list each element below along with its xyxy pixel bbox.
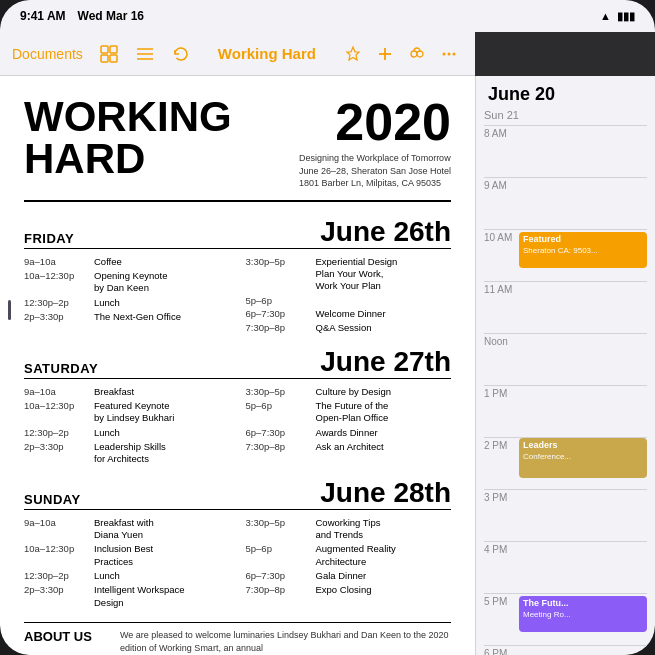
- friday-date: June 26th: [320, 218, 451, 246]
- time-label-11am: 11 AM: [484, 282, 519, 295]
- status-date: Wed Mar 16: [78, 9, 144, 23]
- list-item: 12:30p–2pLunch: [24, 426, 230, 440]
- sunday-section: SUNDAY June 28th 9a–10aBreakfast withDia…: [24, 479, 451, 610]
- time-label-9am: 9 AM: [484, 178, 519, 191]
- time-slot-6pm: 6 PM: [484, 645, 647, 655]
- doc-subtitle: Designing the Workplace of Tomorrow June…: [299, 152, 451, 190]
- svg-point-12: [448, 52, 451, 55]
- list-item: 2p–3:30pThe Next-Gen Office: [24, 310, 230, 324]
- wifi-icon: ▲: [600, 10, 611, 22]
- sunday-label: SUNDAY: [24, 492, 81, 507]
- side-indicator: [8, 300, 11, 320]
- ipad-frame: 9:41 AM Wed Mar 16 ▲ ▮▮▮ Documents: [0, 0, 655, 655]
- slot-area-9am: [519, 178, 647, 229]
- list-item: 7:30p–8pExpo Closing: [246, 583, 452, 597]
- time-label-2pm: 2 PM: [484, 438, 519, 451]
- time-slot-noon: Noon: [484, 333, 647, 385]
- list-item: 3:30p–5pExperiential DesignPlan Your Wor…: [246, 255, 452, 294]
- time-label-1pm: 1 PM: [484, 386, 519, 399]
- list-item: 10a–12:30pInclusion BestPractices: [24, 542, 230, 569]
- slot-area-1pm: [519, 386, 647, 437]
- calendar-day-header: Sun 21: [476, 109, 655, 125]
- time-slot-2pm: 2 PM Leaders Conference...: [484, 437, 647, 489]
- svg-point-13: [453, 52, 456, 55]
- time-label-6pm: 6 PM: [484, 646, 519, 655]
- time-label-noon: Noon: [484, 334, 519, 347]
- time-slot-8am: 8 AM: [484, 125, 647, 177]
- about-title: ABOUT US: [24, 629, 104, 654]
- doc-title-toolbar: Working Hard: [203, 45, 331, 62]
- toolbar: Documents Working Hard: [0, 32, 475, 76]
- status-time: 9:41 AM: [20, 9, 66, 23]
- time-label-10am: 10 AM: [484, 230, 519, 243]
- list-item: 7:30p–8pQ&A Session: [246, 321, 452, 335]
- list-item: 10a–12:30pFeatured Keynoteby Lindsey Buk…: [24, 399, 230, 426]
- time-slot-5pm: 5 PM The Futu... Meeting Ro...: [484, 593, 647, 645]
- more-icon[interactable]: [435, 40, 463, 68]
- friday-label: FRIDAY: [24, 231, 74, 246]
- saturday-section: SATURDAY June 27th 9a–10aBreakfast 10a–1…: [24, 348, 451, 467]
- doc-title-line1: WORKING: [24, 96, 232, 138]
- slot-area-noon: [519, 334, 647, 385]
- about-text: We are pleased to welcome luminaries Lin…: [120, 629, 451, 654]
- slot-area-3pm: [519, 490, 647, 541]
- pin-icon[interactable]: [339, 40, 367, 68]
- svg-rect-2: [101, 55, 108, 62]
- documents-button[interactable]: Documents: [12, 46, 83, 62]
- status-bar: 9:41 AM Wed Mar 16 ▲ ▮▮▮: [0, 0, 655, 32]
- sidebar-calendar: June 20 Sun 21 8 AM 9 AM 10 AM Featured …: [475, 76, 655, 655]
- list-item: 6p–7:30pGala Dinner: [246, 569, 452, 583]
- slot-area-8am: [519, 126, 647, 177]
- document-area: WORKING HARD 2020 Designing the Workplac…: [0, 76, 475, 655]
- share-icon[interactable]: [403, 40, 431, 68]
- time-slot-9am: 9 AM: [484, 177, 647, 229]
- undo-icon[interactable]: [167, 40, 195, 68]
- saturday-label: SATURDAY: [24, 361, 98, 376]
- calendar-month: June 20: [476, 76, 655, 109]
- slot-area-2pm: Leaders Conference...: [519, 438, 647, 489]
- saturday-date: June 27th: [320, 348, 451, 376]
- featured-event[interactable]: Featured Sheraton CA: 9503...: [519, 232, 647, 268]
- list-item: 6p–7:30pAwards Dinner: [246, 426, 452, 440]
- list-item: 12:30p–2pLunch: [24, 296, 230, 310]
- leaders-event[interactable]: Leaders Conference...: [519, 438, 647, 478]
- sunday-date: June 28th: [320, 479, 451, 507]
- add-icon[interactable]: [371, 40, 399, 68]
- list-item: 2p–3:30pIntelligent WorkspaceDesign: [24, 583, 230, 610]
- list-item: 9a–10aBreakfast: [24, 385, 230, 399]
- event-sublabel: Meeting Ro...: [523, 610, 643, 620]
- doc-year: 2020: [299, 96, 451, 148]
- svg-point-9: [411, 51, 417, 57]
- event-title: Featured: [523, 234, 643, 246]
- event-title: The Futu...: [523, 598, 643, 610]
- svg-rect-0: [101, 46, 108, 53]
- list-item: 3:30p–5pCoworking Tipsand Trends: [246, 516, 452, 543]
- list-item: 6p–7:30pWelcome Dinner: [246, 307, 452, 321]
- event-sublabel: Conference...: [523, 452, 643, 462]
- list-item: 5p–6p: [246, 294, 452, 307]
- calendar-timeline: 8 AM 9 AM 10 AM Featured Sheraton CA: 95…: [476, 125, 655, 655]
- list-item: 10a–12:30pOpening Keynoteby Dan Keen: [24, 269, 230, 296]
- event-location: Sheraton CA: 9503...: [523, 246, 643, 256]
- svg-rect-1: [110, 46, 117, 53]
- list-item: 12:30p–2pLunch: [24, 569, 230, 583]
- future-event[interactable]: The Futu... Meeting Ro...: [519, 596, 647, 632]
- time-label-8am: 8 AM: [484, 126, 519, 139]
- svg-point-11: [443, 52, 446, 55]
- layout-icon[interactable]: [95, 40, 123, 68]
- time-label-5pm: 5 PM: [484, 594, 519, 607]
- list-item: 7:30p–8pAsk an Architect: [246, 440, 452, 454]
- list-icon[interactable]: [131, 40, 159, 68]
- list-item: 9a–10aBreakfast withDiana Yuen: [24, 516, 230, 543]
- friday-section: FRIDAY June 26th 9a–10aCoffee 10a–12:30p…: [24, 218, 451, 336]
- svg-rect-3: [110, 55, 117, 62]
- time-slot-10am: 10 AM Featured Sheraton CA: 9503...: [484, 229, 647, 281]
- time-label-3pm: 3 PM: [484, 490, 519, 503]
- battery-icon: ▮▮▮: [617, 10, 635, 23]
- event-title: Leaders: [523, 440, 643, 452]
- about-section: ABOUT US We are pleased to welcome lumin…: [24, 622, 451, 654]
- list-item: 5p–6pThe Future of theOpen-Plan Office: [246, 399, 452, 426]
- list-item: 3:30p–5pCulture by Design: [246, 385, 452, 399]
- list-item: 9a–10aCoffee: [24, 255, 230, 269]
- time-label-4pm: 4 PM: [484, 542, 519, 555]
